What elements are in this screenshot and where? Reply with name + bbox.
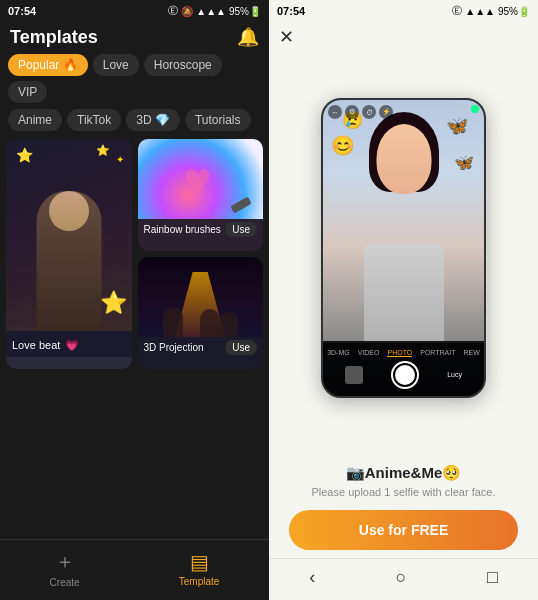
status-bar-right: 07:54 Ⓔ ▲▲▲ 95%🔋 [269,0,538,22]
use-badge-rainbow[interactable]: Use [225,222,257,237]
page-title: Templates [10,27,98,48]
person-sil-2 [200,309,220,337]
use-free-button[interactable]: Use for FREE [289,510,518,550]
anime-description: Please upload 1 selfie with clear face. [289,486,518,498]
camera-modes: 3D-MG VIDEO PHOTO PORTRAIT REW [323,349,484,357]
bell-icon[interactable]: 🔔 [237,26,259,48]
butterfly-emoji-2: 🦋 [454,153,474,172]
battery-icon-right: 95%🔋 [498,6,530,17]
star-icon-3: ✦ [116,154,124,165]
mode-rew[interactable]: REW [464,349,480,357]
templates-grid: ⭐ ⭐ ✦ ⭐ Love beat 💗 [0,139,269,539]
signal-icon-right: ▲▲▲ [465,6,495,17]
back-nav-arrow[interactable]: ‹ [309,567,315,588]
timer-icon: ⏱ [362,105,376,119]
create-icon: ＋ [55,548,75,575]
camera-bottom-row: Lucy [323,361,484,389]
shutter-inner [395,365,415,385]
brush-icon [230,197,251,214]
filter-tabs-row2: Anime TikTok 3D 💎 Tutorials [0,109,269,139]
person-sil-3 [220,312,238,337]
left-panel: 07:54 Ⓔ 🔕 ▲▲▲ 95%🔋 Templates 🔔 Popular 🔥… [0,0,269,600]
star-icon-2: ⭐ [96,144,110,157]
user-name-label: Lucy [447,371,462,378]
template-icon: ▤ [190,550,209,574]
recents-nav-square[interactable]: □ [487,567,498,588]
shutter-button[interactable] [391,361,419,389]
bottom-nav-right: ‹ ○ □ [269,558,538,600]
tab-horoscope[interactable]: Horoscope [144,54,222,76]
tab-3d[interactable]: 3D 💎 [126,109,180,131]
nav-label-create: Create [50,577,80,588]
phone-mockup: 🦋 🦋 😢 😊 ↔ ⚙ ⏱ ⚡ 3D-MG [321,98,486,398]
bottom-info: 📷Anime&Me🥺 Please upload 1 selfie with c… [269,454,538,558]
status-icons-right: Ⓔ ▲▲▲ 95%🔋 [452,4,530,18]
silent-icon: 🔕 [181,6,193,17]
use-badge-3d[interactable]: Use [225,340,257,355]
status-icons-left: Ⓔ 🔕 ▲▲▲ 95%🔋 [168,4,261,18]
battery-icon: 95%🔋 [229,6,261,17]
tab-popular[interactable]: Popular 🔥 [8,54,88,76]
phone-screen: 🦋 🦋 😢 😊 ↔ ⚙ ⏱ ⚡ 3D-MG [323,100,484,396]
filter-tabs-row1: Popular 🔥 Love Horoscope VIP [0,54,269,109]
thumbnail-preview[interactable] [345,366,363,384]
star-icon-1: ⭐ [16,147,33,163]
bottom-nav-left: ＋ Create ▤ Template [0,539,269,600]
flash-icon: ⚡ [379,105,393,119]
girl-face [376,124,431,194]
phone-preview-container: 🦋 🦋 😢 😊 ↔ ⚙ ⏱ ⚡ 3D-MG [269,22,538,454]
status-time-right: 07:54 [277,5,305,17]
template-card-rainbow[interactable]: ♥ Rainbow brushes Use [138,139,264,251]
tab-love[interactable]: Love [93,54,139,76]
rainbow-label-row: Rainbow brushes Use [138,219,264,240]
tab-tutorials[interactable]: Tutorials [185,109,251,131]
nav-label-template: Template [179,576,220,587]
heart-shape: ♥ [183,152,212,207]
corner-icons: ↔ ⚙ ⏱ ⚡ [328,105,393,119]
status-time-left: 07:54 [8,5,36,17]
home-nav-circle[interactable]: ○ [396,567,407,588]
camera-controls: 3D-MG VIDEO PHOTO PORTRAIT REW Lucy [323,341,484,396]
anime-title: 📷Anime&Me🥺 [289,464,518,482]
settings-icon: ⚙ [345,105,359,119]
anime-scene: 🦋 🦋 😢 😊 ↔ ⚙ ⏱ ⚡ [323,100,484,343]
nav-item-template[interactable]: ▤ Template [179,550,220,587]
person-head [49,191,89,231]
status-bar-left: 07:54 Ⓔ 🔕 ▲▲▲ 95%🔋 [0,0,269,22]
header-left: Templates 🔔 [0,22,269,54]
template-card-love-beat[interactable]: ⭐ ⭐ ✦ ⭐ Love beat 💗 [6,139,132,369]
person-sil-1 [163,307,183,337]
tab-anime[interactable]: Anime [8,109,62,131]
3d-label-row: 3D Projection Use [138,337,264,358]
love-beat-label: Love beat 💗 [6,331,132,357]
flip-icon: ↔ [328,105,342,119]
love-heart-icon: 💗 [65,339,79,351]
butterfly-emoji-1: 🦋 [446,115,468,137]
smile-emoji: 😊 [331,134,355,157]
mode-3dmg[interactable]: 3D-MG [327,349,350,357]
mode-portrait[interactable]: PORTRAIT [420,349,455,357]
close-button[interactable]: ✕ [279,28,294,46]
girl-body [364,243,444,343]
green-dot [471,105,479,113]
e-icon-right: Ⓔ [452,4,462,18]
tab-tiktok[interactable]: TikTok [67,109,121,131]
signal-icon: ▲▲▲ [196,6,226,17]
star-decor: ⭐ [100,290,127,316]
tab-vip[interactable]: VIP [8,81,47,103]
e-icon: Ⓔ [168,4,178,18]
mode-video[interactable]: VIDEO [358,349,380,357]
right-panel: 07:54 Ⓔ ▲▲▲ 95%🔋 ✕ 🦋 🦋 [269,0,538,600]
nav-item-create[interactable]: ＋ Create [50,548,80,588]
template-card-3d-projection[interactable]: 3D Projection Use [138,257,264,369]
mode-photo[interactable]: PHOTO [387,349,412,357]
